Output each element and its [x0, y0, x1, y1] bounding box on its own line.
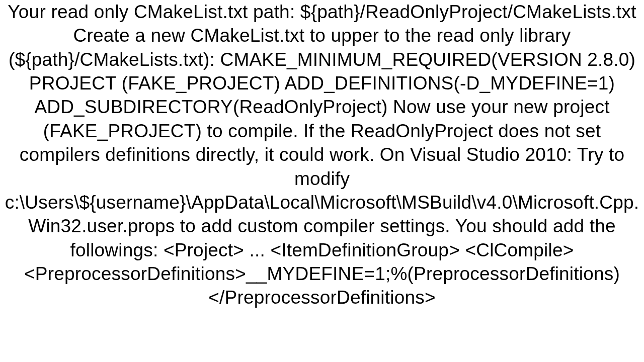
document-content: Your read only CMakeList.txt path: ${pat…	[0, 0, 644, 310]
paragraph-text: Your read only CMakeList.txt path: ${pat…	[4, 0, 640, 310]
